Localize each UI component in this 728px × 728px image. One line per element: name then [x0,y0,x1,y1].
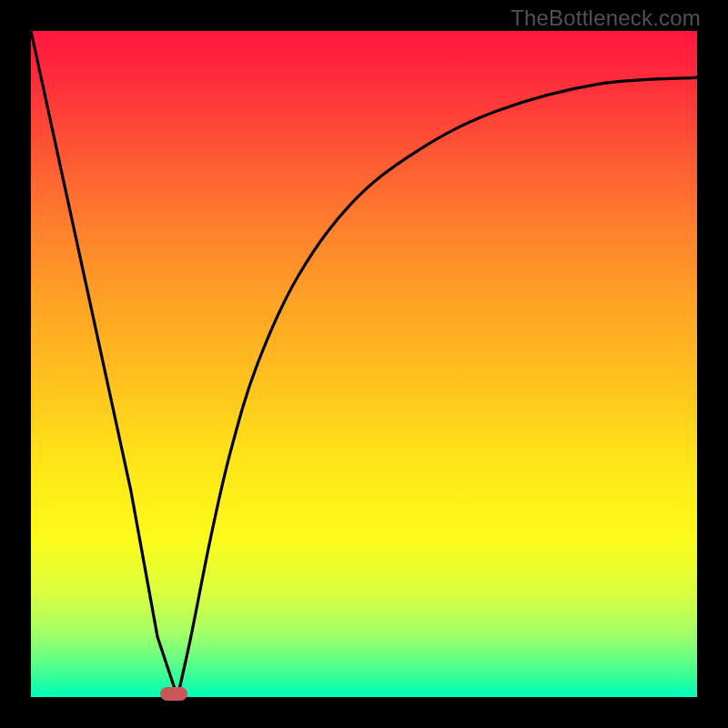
chart-frame [31,31,697,697]
bottleneck-curve [31,31,697,697]
watermark-text: TheBottleneck.com [511,5,701,31]
optimal-marker [160,687,187,701]
chart-svg [31,31,697,697]
